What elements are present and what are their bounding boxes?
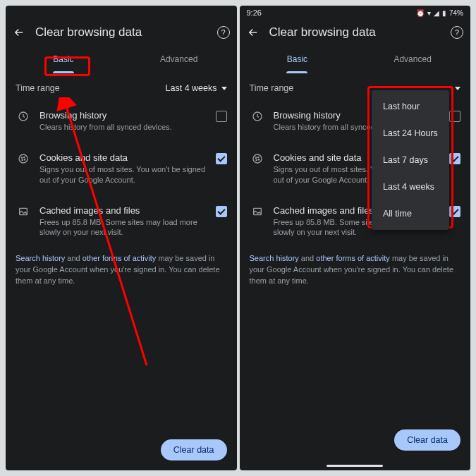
link-other-activity[interactable]: other forms of activity	[83, 254, 157, 262]
dropdown-item-last-hour[interactable]: Last hour	[372, 93, 449, 120]
nav-bar	[240, 460, 471, 470]
help-icon[interactable]: ?	[217, 26, 230, 39]
back-icon[interactable]	[247, 26, 260, 39]
option-cookies[interactable]: Cookies and site data Signs you out of m…	[6, 142, 237, 195]
tab-basic[interactable]: Basic	[240, 45, 355, 73]
checkbox-cookies[interactable]	[216, 153, 227, 164]
dropdown-item-last-7-days[interactable]: Last 7 days	[372, 147, 449, 173]
clear-data-button[interactable]: Clear data	[394, 429, 460, 451]
time-range-label: Time range	[250, 83, 294, 93]
chevron-down-icon	[221, 87, 227, 90]
option-title: Browsing history	[39, 110, 207, 121]
time-range-label: Time range	[16, 83, 60, 93]
nav-pill[interactable]	[327, 465, 383, 467]
page-title: Clear browsing data	[35, 25, 207, 39]
footer: Clear data	[6, 429, 237, 470]
footer-note: Search history and other forms of activi…	[6, 248, 237, 297]
image-icon	[16, 205, 31, 217]
link-search-history[interactable]: Search history	[16, 254, 65, 262]
link-search-history[interactable]: Search history	[250, 254, 299, 262]
clear-data-button[interactable]: Clear data	[161, 439, 227, 460]
status-bar	[6, 6, 237, 20]
time-range-row[interactable]: Time range Last 4 weeks	[6, 73, 237, 100]
svg-point-12	[256, 159, 257, 160]
clock-icon	[250, 110, 265, 122]
signal-icon: ◢	[434, 9, 439, 17]
time-range-value	[455, 87, 460, 90]
footer-note: Search history and other forms of activi…	[240, 248, 471, 297]
time-range-value: Last 4 weeks	[166, 83, 227, 93]
chevron-down-icon	[455, 87, 460, 90]
tab-advanced[interactable]: Advanced	[121, 45, 237, 73]
checkbox-cache[interactable]	[216, 206, 227, 217]
image-icon	[250, 205, 265, 217]
svg-point-1	[19, 154, 28, 163]
battery-icon: ▮	[442, 9, 446, 17]
svg-point-4	[22, 159, 23, 160]
checkbox-history[interactable]	[216, 111, 227, 122]
checkbox-cookies[interactable]	[449, 153, 460, 164]
svg-point-13	[258, 159, 259, 160]
svg-point-5	[24, 159, 25, 160]
page-title: Clear browsing data	[269, 25, 441, 39]
battery-percent: 74%	[449, 9, 463, 17]
cookie-icon	[250, 152, 265, 164]
cookie-icon	[16, 152, 31, 164]
tab-basic[interactable]: Basic	[6, 45, 121, 73]
dropdown-item-all-time[interactable]: All time	[372, 200, 449, 227]
svg-point-10	[255, 157, 256, 158]
dropdown-item-last-24-hours[interactable]: Last 24 Hours	[372, 120, 449, 147]
option-cache[interactable]: Cached images and files Frees up 85.8 MB…	[6, 195, 237, 248]
footer: Clear data	[240, 420, 471, 460]
checkbox-history[interactable]	[449, 111, 460, 122]
option-subtitle: Frees up 85.8 MB. Some sites may load mo…	[39, 217, 207, 238]
option-title: Cached images and files	[39, 205, 207, 216]
time-range-dropdown: Last hour Last 24 Hours Last 7 days Last…	[372, 90, 449, 230]
tab-advanced[interactable]: Advanced	[355, 45, 470, 73]
option-subtitle: Clears history from all synced devices.	[39, 122, 207, 133]
wifi-icon: ▾	[427, 9, 431, 17]
svg-point-2	[21, 157, 22, 158]
clock-icon	[16, 110, 31, 122]
status-icons: ⏰ ▾ ◢ ▮ 74%	[416, 9, 463, 17]
help-icon[interactable]: ?	[451, 26, 463, 39]
tabs: Basic Advanced	[6, 45, 237, 73]
dropdown-item-last-4-weeks[interactable]: Last 4 weeks	[372, 173, 449, 200]
svg-point-11	[257, 157, 258, 157]
checkbox-cache[interactable]	[449, 206, 460, 217]
phone-right: 9:26 ⏰ ▾ ◢ ▮ 74% Clear browsing data ? B…	[240, 6, 471, 470]
app-bar: Clear browsing data ?	[6, 20, 237, 45]
status-time: 9:26	[247, 8, 262, 17]
back-icon[interactable]	[13, 26, 25, 39]
alarm-icon: ⏰	[416, 9, 425, 17]
svg-point-3	[24, 157, 25, 157]
link-other-activity[interactable]: other forms of activity	[316, 254, 390, 262]
app-bar: Clear browsing data ?	[240, 20, 471, 45]
svg-point-9	[253, 154, 262, 163]
tabs: Basic Advanced	[240, 45, 471, 73]
status-bar: 9:26 ⏰ ▾ ◢ ▮ 74%	[240, 6, 471, 20]
option-browsing-history[interactable]: Browsing history Clears history from all…	[6, 100, 237, 142]
option-subtitle: Signs you out of most sites. You won't b…	[39, 164, 207, 185]
option-title: Cookies and site data	[39, 152, 207, 163]
phone-left: Clear browsing data ? Basic Advanced Tim…	[6, 6, 237, 470]
